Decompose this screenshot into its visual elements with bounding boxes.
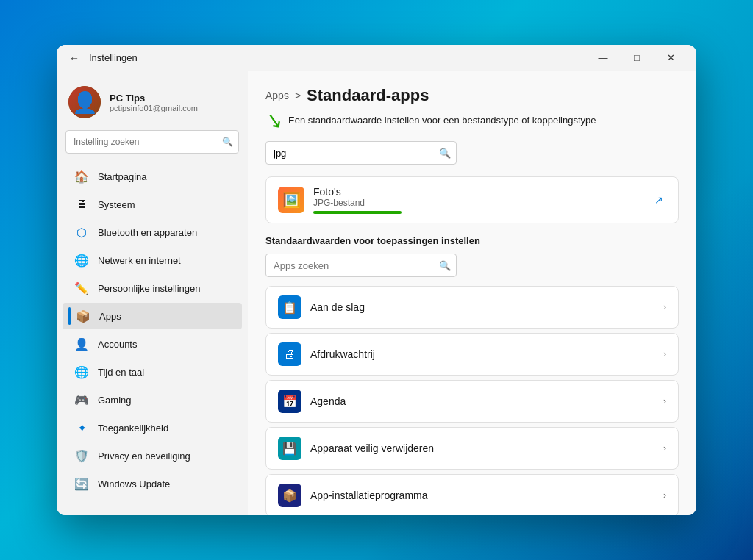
green-arrow-icon: ↘ bbox=[263, 107, 284, 133]
aan-de-slag-icon: 📋 bbox=[278, 295, 301, 319]
app-progress-bar bbox=[313, 211, 402, 214]
file-type-input[interactable] bbox=[265, 141, 457, 165]
avatar-image bbox=[68, 86, 101, 118]
featured-app-icon: 🖼️ bbox=[278, 187, 304, 213]
sidebar-item-privacy[interactable]: 🛡️ Privacy en beveiliging bbox=[63, 442, 242, 469]
chevron-right-icon: › bbox=[663, 490, 666, 500]
featured-app-card: 🖼️ Foto's JPG-bestand ↗ bbox=[265, 176, 679, 223]
file-search-icon: 🔍 bbox=[439, 148, 451, 159]
app-card-info: Foto's JPG-bestand bbox=[313, 186, 643, 214]
gaming-icon: 🎮 bbox=[74, 392, 89, 407]
sidebar-item-toegankelijkheid[interactable]: ✦ Toegankelijkheid bbox=[63, 414, 242, 441]
app-card-name: Foto's bbox=[313, 186, 643, 198]
chevron-right-icon: › bbox=[663, 302, 666, 312]
home-icon: 🏠 bbox=[74, 169, 89, 184]
breadcrumb-parent[interactable]: Apps bbox=[265, 90, 289, 101]
agenda-icon: 📅 bbox=[278, 390, 301, 413]
app-list-item-agenda[interactable]: 📅 Agenda › bbox=[265, 380, 679, 423]
avatar bbox=[68, 86, 101, 118]
app-name: Agenda bbox=[310, 395, 654, 407]
chevron-right-icon: › bbox=[663, 349, 666, 359]
update-icon: 🔄 bbox=[74, 476, 89, 491]
sidebar-item-label: Startpagina bbox=[98, 171, 147, 182]
sidebar-item-label: Privacy en beveiliging bbox=[98, 450, 190, 462]
annotation-row: ↘ Een standaardwaarde instellen voor een… bbox=[265, 108, 679, 132]
app-list-item-afdrukwachtrij[interactable]: 🖨 Afdrukwachtrij › bbox=[265, 333, 679, 376]
chevron-right-icon: › bbox=[663, 443, 666, 453]
photos-icon: 🖼️ bbox=[282, 191, 301, 209]
window-title: Instellingen bbox=[89, 52, 586, 63]
sidebar-item-label: Bluetooth en apparaten bbox=[98, 227, 197, 238]
apparaat-icon: 💾 bbox=[278, 437, 301, 460]
apps-icon: 📦 bbox=[76, 309, 90, 323]
back-button[interactable]: ← bbox=[65, 49, 83, 67]
window-controls: — □ ✕ bbox=[586, 46, 688, 70]
sidebar-item-apps[interactable]: 📦 Apps bbox=[63, 303, 242, 329]
accounts-icon: 👤 bbox=[74, 337, 89, 351]
sidebar: PC Tips pctipsinfo01@gmail.com 🔍 🏠 Start… bbox=[57, 71, 248, 515]
sidebar-item-netwerk[interactable]: 🌐 Netwerk en internet bbox=[63, 247, 242, 273]
user-info: PC Tips pctipsinfo01@gmail.com bbox=[110, 93, 236, 112]
minimize-button[interactable]: — bbox=[586, 46, 620, 70]
chevron-right-icon: › bbox=[663, 396, 666, 406]
annotation-text: Een standaardwaarde instellen voor een b… bbox=[288, 115, 596, 126]
network-icon: 🌐 bbox=[74, 253, 89, 268]
user-section: PC Tips pctipsinfo01@gmail.com bbox=[57, 77, 248, 130]
app-installatie-icon: 📦 bbox=[278, 484, 301, 507]
sidebar-item-label: Persoonlijke instellingen bbox=[98, 283, 200, 294]
sidebar-item-startpagina[interactable]: 🏠 Startpagina bbox=[63, 163, 242, 190]
sidebar-item-bluetooth[interactable]: ⬡ Bluetooth en apparaten bbox=[63, 219, 242, 245]
time-icon: 🌐 bbox=[74, 365, 89, 379]
app-list-item-aan-de-slag[interactable]: 📋 Aan de slag › bbox=[265, 286, 679, 329]
afdrukwachtrij-icon: 🖨 bbox=[278, 342, 301, 366]
app-name: Apparaat veilig verwijderen bbox=[310, 442, 654, 454]
sidebar-item-label: Windows Update bbox=[98, 478, 170, 489]
breadcrumb: Apps > Standaard-apps bbox=[265, 86, 679, 105]
section-title: Standaardwaarden voor toepassingen inste… bbox=[265, 235, 679, 246]
sidebar-item-label: Apps bbox=[99, 311, 121, 322]
close-button[interactable]: ✕ bbox=[654, 46, 688, 70]
breadcrumb-separator: > bbox=[295, 90, 301, 101]
sidebar-item-label: Systeem bbox=[98, 199, 135, 210]
sidebar-item-label: Accounts bbox=[98, 339, 137, 350]
user-name: PC Tips bbox=[110, 93, 236, 104]
bluetooth-icon: ⬡ bbox=[74, 225, 89, 240]
content-area: Apps > Standaard-apps ↘ Een standaardwaa… bbox=[248, 71, 696, 515]
app-name: Aan de slag bbox=[310, 301, 654, 313]
sidebar-item-persoonlijk[interactable]: ✏️ Persoonlijke instellingen bbox=[63, 275, 242, 301]
file-type-search[interactable]: 🔍 bbox=[265, 141, 457, 165]
sidebar-item-tijd[interactable]: 🌐 Tijd en taal bbox=[63, 359, 242, 385]
privacy-icon: 🛡️ bbox=[74, 448, 89, 463]
accessibility-icon: ✦ bbox=[74, 420, 89, 435]
main-layout: PC Tips pctipsinfo01@gmail.com 🔍 🏠 Start… bbox=[57, 71, 696, 515]
sidebar-item-label: Toegankelijkheid bbox=[98, 423, 168, 434]
sidebar-item-systeem[interactable]: 🖥 Systeem bbox=[63, 191, 242, 218]
app-name: App-installatieprogramma bbox=[310, 489, 654, 501]
search-input[interactable] bbox=[65, 130, 239, 154]
app-list-item-app-installatie[interactable]: 📦 App-installatieprogramma › bbox=[265, 474, 679, 515]
sidebar-item-windows-update[interactable]: 🔄 Windows Update bbox=[63, 470, 242, 497]
user-email: pctipsinfo01@gmail.com bbox=[110, 104, 236, 112]
sidebar-search[interactable]: 🔍 bbox=[65, 130, 239, 154]
app-external-link[interactable]: ↗ bbox=[652, 191, 666, 209]
apps-search-input[interactable] bbox=[265, 254, 457, 277]
app-name: Afdrukwachtrij bbox=[310, 348, 654, 360]
sidebar-item-gaming[interactable]: 🎮 Gaming bbox=[63, 387, 242, 413]
sidebar-item-label: Netwerk en internet bbox=[98, 255, 181, 266]
page-title: Standaard-apps bbox=[307, 86, 429, 105]
sidebar-item-accounts[interactable]: 👤 Accounts bbox=[63, 331, 242, 357]
sidebar-item-label: Gaming bbox=[98, 395, 132, 406]
apps-search-icon: 🔍 bbox=[439, 260, 451, 271]
system-icon: 🖥 bbox=[74, 197, 89, 212]
settings-window: ← Instellingen — □ ✕ PC Tips pctipsinfo0… bbox=[57, 45, 696, 515]
sidebar-item-label: Tijd en taal bbox=[98, 367, 144, 378]
apps-search[interactable]: 🔍 bbox=[265, 254, 457, 277]
personalization-icon: ✏️ bbox=[74, 281, 89, 295]
app-list-item-apparaat-veilig[interactable]: 💾 Apparaat veilig verwijderen › bbox=[265, 427, 679, 470]
maximize-button[interactable]: □ bbox=[620, 46, 654, 70]
app-card-type: JPG-bestand bbox=[313, 198, 643, 208]
titlebar: ← Instellingen — □ ✕ bbox=[57, 45, 696, 71]
search-icon: 🔍 bbox=[222, 137, 233, 147]
